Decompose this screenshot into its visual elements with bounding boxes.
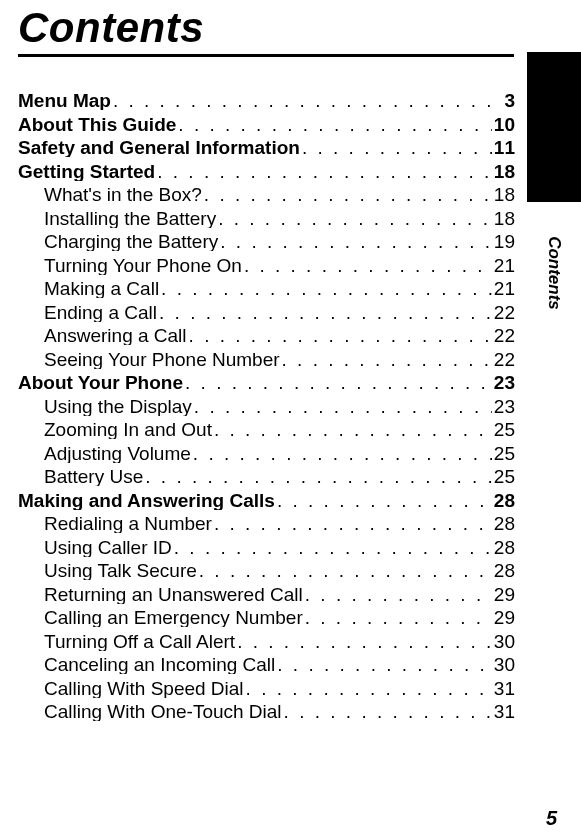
toc-row: Calling an Emergency Number29	[18, 608, 515, 627]
toc-leader-dots	[280, 350, 492, 369]
toc-page-number: 28	[492, 514, 515, 533]
page-title: Contents	[18, 0, 545, 52]
toc-row: Charging the Battery19	[18, 232, 515, 251]
toc-label: Safety and General Information	[18, 138, 300, 157]
toc-row: Using Caller ID28	[18, 538, 515, 557]
toc-row: Adjusting Volume25	[18, 444, 515, 463]
toc-leader-dots	[242, 256, 492, 275]
toc-row: About Your Phone23	[18, 373, 515, 392]
toc-leader-dots	[202, 185, 492, 204]
toc-leader-dots	[218, 232, 492, 251]
toc-label: Battery Use	[18, 467, 143, 486]
toc-page-number: 21	[492, 279, 515, 298]
toc-leader-dots	[111, 91, 503, 110]
toc-row: Returning an Unanswered Call29	[18, 585, 515, 604]
toc-row: Using Talk Secure28	[18, 561, 515, 580]
toc-row: Calling With One-Touch Dial31	[18, 702, 515, 721]
toc-label: Calling With Speed Dial	[18, 679, 244, 698]
toc-leader-dots	[235, 632, 492, 651]
toc-row: What's in the Box?18	[18, 185, 515, 204]
toc-row: Getting Started18	[18, 162, 515, 181]
toc-label: Making and Answering Calls	[18, 491, 275, 510]
toc-label: Calling With One-Touch Dial	[18, 702, 282, 721]
toc-page-number: 18	[492, 162, 515, 181]
toc-label: Charging the Battery	[18, 232, 218, 251]
toc-row: Ending a Call22	[18, 303, 515, 322]
toc-leader-dots	[275, 655, 492, 674]
toc-row: Making a Call21	[18, 279, 515, 298]
toc-label: Using Talk Secure	[18, 561, 197, 580]
toc-page-number: 29	[492, 585, 515, 604]
toc-row: Turning Your Phone On21	[18, 256, 515, 275]
toc-label: About Your Phone	[18, 373, 183, 392]
toc-label: Getting Started	[18, 162, 155, 181]
toc-page-number: 19	[492, 232, 515, 251]
toc-leader-dots	[282, 702, 492, 721]
page: Contents Contents Menu Map3About This Gu…	[0, 0, 581, 840]
toc-page-number: 10	[492, 115, 515, 134]
toc-row: Installing the Battery18	[18, 209, 515, 228]
title-rule	[18, 54, 514, 57]
toc-page-number: 29	[492, 608, 515, 627]
toc-row: Redialing a Number28	[18, 514, 515, 533]
toc-leader-dots	[192, 397, 492, 416]
toc-label: Using Caller ID	[18, 538, 172, 557]
toc-leader-dots	[197, 561, 492, 580]
toc-label: Ending a Call	[18, 303, 157, 322]
side-label-text: Contents	[544, 236, 564, 310]
toc-page-number: 3	[502, 91, 515, 110]
toc-label: Installing the Battery	[18, 209, 216, 228]
toc-leader-dots	[244, 679, 492, 698]
toc-row: Using the Display23	[18, 397, 515, 416]
toc-label: Making a Call	[18, 279, 159, 298]
toc-row: Safety and General Information11	[18, 138, 515, 157]
toc-page-number: 22	[492, 350, 515, 369]
toc-label: Adjusting Volume	[18, 444, 191, 463]
toc-page-number: 25	[492, 420, 515, 439]
toc-row: Making and Answering Calls28	[18, 491, 515, 510]
toc-page-number: 22	[492, 326, 515, 345]
toc-label: Redialing a Number	[18, 514, 212, 533]
toc-label: About This Guide	[18, 115, 176, 134]
toc-page-number: 28	[492, 491, 515, 510]
toc-page-number: 25	[492, 467, 515, 486]
toc-page-number: 30	[492, 632, 515, 651]
toc-row: Canceling an Incoming Call30	[18, 655, 515, 674]
toc-page-number: 23	[492, 397, 515, 416]
toc-leader-dots	[183, 373, 492, 392]
toc-page-number: 31	[492, 702, 515, 721]
toc-label: Menu Map	[18, 91, 111, 110]
toc-label: Returning an Unanswered Call	[18, 585, 303, 604]
toc-row: Battery Use25	[18, 467, 515, 486]
toc-label: Turning Off a Call Alert	[18, 632, 235, 651]
side-tab	[527, 52, 581, 202]
toc-leader-dots	[303, 608, 492, 627]
toc-page-number: 21	[492, 256, 515, 275]
toc-page-number: 28	[492, 561, 515, 580]
footer-page-number: 5	[546, 807, 557, 830]
toc-label: Calling an Emergency Number	[18, 608, 303, 627]
toc-label: Using the Display	[18, 397, 192, 416]
toc-row: Answering a Call22	[18, 326, 515, 345]
toc-page-number: 23	[492, 373, 515, 392]
toc-leader-dots	[216, 209, 492, 228]
toc-leader-dots	[300, 138, 492, 157]
toc-row: About This Guide10	[18, 115, 515, 134]
toc-leader-dots	[191, 444, 492, 463]
toc-label: Zooming In and Out	[18, 420, 212, 439]
toc-label: Canceling an Incoming Call	[18, 655, 275, 674]
toc-row: Seeing Your Phone Number22	[18, 350, 515, 369]
toc-label: What's in the Box?	[18, 185, 202, 204]
toc-leader-dots	[176, 115, 492, 134]
toc-list: Menu Map3About This Guide10Safety and Ge…	[18, 91, 515, 721]
toc-page-number: 18	[492, 185, 515, 204]
toc-row: Calling With Speed Dial31	[18, 679, 515, 698]
toc-label: Turning Your Phone On	[18, 256, 242, 275]
toc-leader-dots	[212, 514, 492, 533]
toc-page-number: 18	[492, 209, 515, 228]
toc-leader-dots	[187, 326, 492, 345]
toc-leader-dots	[143, 467, 492, 486]
toc-label: Answering a Call	[18, 326, 187, 345]
toc-row: Menu Map3	[18, 91, 515, 110]
toc-leader-dots	[303, 585, 492, 604]
